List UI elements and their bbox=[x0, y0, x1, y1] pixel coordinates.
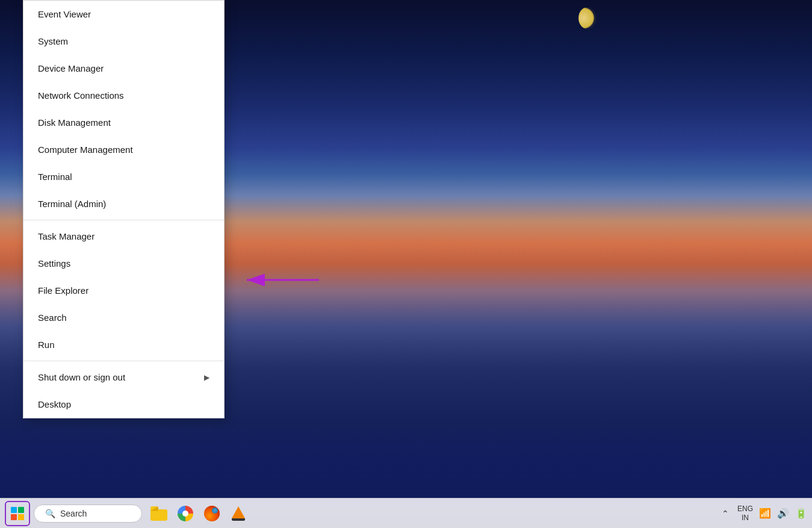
menu-item-task-manager[interactable]: Task Manager bbox=[23, 223, 224, 250]
menu-item-shut-down[interactable]: Shut down or sign out ▶ bbox=[23, 364, 224, 391]
menu-item-device-manager[interactable]: Device Manager bbox=[23, 55, 224, 82]
menu-item-search[interactable]: Search bbox=[23, 304, 224, 331]
language-indicator[interactable]: ENG IN bbox=[737, 505, 753, 522]
menu-separator-1 bbox=[23, 220, 224, 220]
chrome-icon bbox=[178, 506, 193, 521]
menu-item-disk-management[interactable]: Disk Management bbox=[23, 109, 224, 136]
taskbar-left: 🔍 Search bbox=[5, 501, 142, 526]
battery-icon[interactable]: 🔋 bbox=[795, 508, 807, 519]
taskbar-app-firefox[interactable] bbox=[200, 502, 224, 526]
vlc-icon bbox=[232, 506, 245, 521]
menu-item-file-explorer[interactable]: File Explorer bbox=[23, 277, 224, 304]
menu-item-network-connections[interactable]: Network Connections bbox=[23, 82, 224, 109]
wifi-icon[interactable]: 📶 bbox=[759, 508, 771, 519]
search-icon: 🔍 bbox=[45, 509, 55, 518]
taskbar-app-vlc[interactable] bbox=[226, 502, 250, 526]
menu-item-event-viewer[interactable]: Event Viewer bbox=[23, 1, 224, 28]
settings-annotation-arrow bbox=[211, 265, 331, 297]
menu-item-desktop[interactable]: Desktop bbox=[23, 391, 224, 418]
tray-chevron-up-icon[interactable]: ⌃ bbox=[719, 506, 731, 521]
firefox-icon bbox=[204, 506, 220, 521]
menu-item-system[interactable]: System bbox=[23, 28, 224, 55]
taskbar-search-bar[interactable]: 🔍 Search bbox=[34, 505, 142, 523]
taskbar-app-chrome[interactable] bbox=[173, 502, 197, 526]
windows-logo-icon bbox=[11, 507, 24, 520]
taskbar-app-file-manager[interactable] bbox=[147, 502, 171, 526]
taskbar-right: ⌃ ENG IN 📶 🔊 🔋 bbox=[719, 505, 807, 522]
menu-separator-2 bbox=[23, 361, 224, 361]
taskbar: 🔍 Search bbox=[0, 498, 812, 528]
menu-item-settings[interactable]: Settings bbox=[23, 250, 224, 277]
taskbar-apps bbox=[147, 502, 250, 526]
volume-icon[interactable]: 🔊 bbox=[777, 508, 789, 519]
submenu-arrow-icon: ▶ bbox=[204, 373, 209, 382]
menu-item-computer-management[interactable]: Computer Management bbox=[23, 136, 224, 163]
menu-item-run[interactable]: Run bbox=[23, 331, 224, 358]
menu-item-terminal-admin[interactable]: Terminal (Admin) bbox=[23, 190, 224, 217]
context-menu: Event Viewer System Device Manager Netwo… bbox=[23, 0, 225, 418]
menu-item-terminal[interactable]: Terminal bbox=[23, 163, 224, 190]
taskbar-search-label: Search bbox=[60, 509, 87, 518]
start-button[interactable] bbox=[5, 501, 30, 526]
